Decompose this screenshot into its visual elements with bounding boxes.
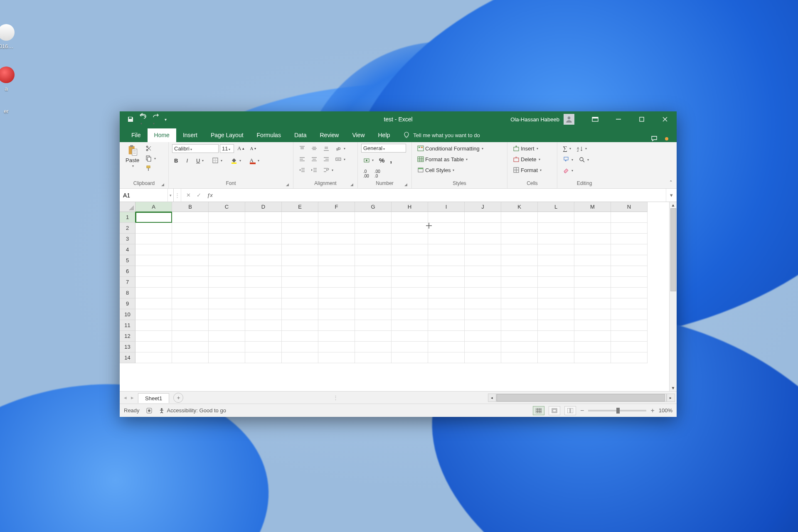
- formula-input[interactable]: [218, 192, 666, 199]
- row-header[interactable]: 10: [120, 309, 135, 320]
- column-header[interactable]: K: [501, 202, 538, 212]
- cell[interactable]: [245, 298, 282, 309]
- cell[interactable]: [355, 277, 392, 288]
- cell[interactable]: [245, 342, 282, 352]
- dialog-launcher-icon[interactable]: ◢: [161, 182, 164, 187]
- cell[interactable]: [611, 331, 648, 342]
- undo-button[interactable]: [140, 113, 146, 126]
- cell[interactable]: [282, 309, 318, 320]
- cell[interactable]: [245, 352, 282, 363]
- cell[interactable]: [209, 288, 245, 298]
- cell[interactable]: [465, 255, 501, 266]
- cut-button[interactable]: [143, 144, 158, 153]
- cell[interactable]: [611, 342, 648, 352]
- column-header[interactable]: H: [392, 202, 428, 212]
- zoom-in-button[interactable]: +: [650, 407, 654, 414]
- cell[interactable]: [172, 342, 209, 352]
- cell[interactable]: [574, 342, 611, 352]
- titlebar[interactable]: ▾ test - Excel Ola-Hassan Habeeb: [120, 111, 677, 127]
- cell[interactable]: [282, 212, 318, 223]
- dialog-launcher-icon[interactable]: ◢: [286, 182, 289, 187]
- cell[interactable]: [574, 234, 611, 244]
- cell[interactable]: [135, 320, 172, 331]
- cell[interactable]: [392, 288, 428, 298]
- decrease-font-button[interactable]: A▾: [248, 145, 258, 152]
- cell[interactable]: [318, 342, 355, 352]
- cell[interactable]: [574, 352, 611, 363]
- accounting-format-button[interactable]: [361, 156, 376, 165]
- cell[interactable]: [538, 255, 574, 266]
- wrap-text-button[interactable]: [321, 165, 335, 175]
- macro-record-button[interactable]: [146, 408, 152, 414]
- cell[interactable]: [172, 266, 209, 277]
- increase-decimal-button[interactable]: .0.00: [361, 168, 371, 180]
- font-name-select[interactable]: Calibri: [172, 144, 219, 153]
- cell[interactable]: [465, 352, 501, 363]
- cell[interactable]: [428, 266, 465, 277]
- column-header[interactable]: F: [318, 202, 355, 212]
- cell[interactable]: [465, 320, 501, 331]
- cell[interactable]: [392, 212, 428, 223]
- cell[interactable]: [282, 342, 318, 352]
- column-header[interactable]: I: [428, 202, 465, 212]
- insert-function-button[interactable]: ƒx: [207, 192, 213, 198]
- cancel-formula-button[interactable]: ✕: [186, 192, 191, 198]
- cell[interactable]: [465, 298, 501, 309]
- cell[interactable]: [209, 331, 245, 342]
- cell[interactable]: [428, 331, 465, 342]
- cell[interactable]: [172, 212, 209, 223]
- page-break-view-button[interactable]: [564, 406, 576, 415]
- font-color-button[interactable]: A: [247, 155, 261, 165]
- merge-center-button[interactable]: [333, 155, 347, 164]
- cell[interactable]: [245, 277, 282, 288]
- cell[interactable]: [392, 309, 428, 320]
- cell[interactable]: [318, 266, 355, 277]
- cell[interactable]: [538, 234, 574, 244]
- cell[interactable]: [501, 288, 538, 298]
- cell[interactable]: [501, 266, 538, 277]
- name-box[interactable]: ▾: [120, 189, 174, 202]
- cell[interactable]: [135, 212, 172, 223]
- cell[interactable]: [355, 342, 392, 352]
- cell[interactable]: [135, 277, 172, 288]
- user-name[interactable]: Ola-Hassan Habeeb: [510, 116, 559, 123]
- cell[interactable]: [135, 352, 172, 363]
- percent-button[interactable]: %: [377, 155, 387, 165]
- align-bottom-button[interactable]: [321, 144, 332, 153]
- format-painter-button[interactable]: [143, 164, 158, 173]
- cell[interactable]: [428, 342, 465, 352]
- scroll-left-button[interactable]: ◂: [488, 394, 496, 402]
- row-header[interactable]: 14: [120, 352, 135, 363]
- cell[interactable]: [611, 320, 648, 331]
- cell[interactable]: [172, 244, 209, 255]
- cell[interactable]: [465, 342, 501, 352]
- cell[interactable]: [282, 277, 318, 288]
- cell[interactable]: [172, 277, 209, 288]
- cell[interactable]: [318, 277, 355, 288]
- cell[interactable]: [135, 309, 172, 320]
- cell[interactable]: [538, 298, 574, 309]
- number-format-select[interactable]: General: [361, 144, 406, 153]
- tab-help[interactable]: Help: [372, 128, 397, 142]
- cell[interactable]: [245, 320, 282, 331]
- cell[interactable]: [245, 255, 282, 266]
- cell[interactable]: [428, 352, 465, 363]
- cell[interactable]: [282, 266, 318, 277]
- cell[interactable]: [465, 277, 501, 288]
- tell-me-search[interactable]: Tell me what you want to do: [397, 128, 486, 142]
- cell[interactable]: [501, 212, 538, 223]
- cell[interactable]: [538, 331, 574, 342]
- cell[interactable]: [428, 277, 465, 288]
- zoom-out-button[interactable]: −: [580, 407, 584, 414]
- cell[interactable]: [318, 320, 355, 331]
- cell[interactable]: [574, 298, 611, 309]
- cell[interactable]: [355, 266, 392, 277]
- row-header[interactable]: 11: [120, 320, 135, 331]
- customize-qat-button[interactable]: ▾: [165, 117, 167, 122]
- desktop-icon[interactable]: 016…: [0, 24, 25, 49]
- insert-cells-button[interactable]: Insert: [511, 144, 540, 153]
- cell[interactable]: [172, 255, 209, 266]
- cell[interactable]: [245, 223, 282, 234]
- cell[interactable]: [282, 288, 318, 298]
- tab-formulas[interactable]: Formulas: [250, 128, 288, 142]
